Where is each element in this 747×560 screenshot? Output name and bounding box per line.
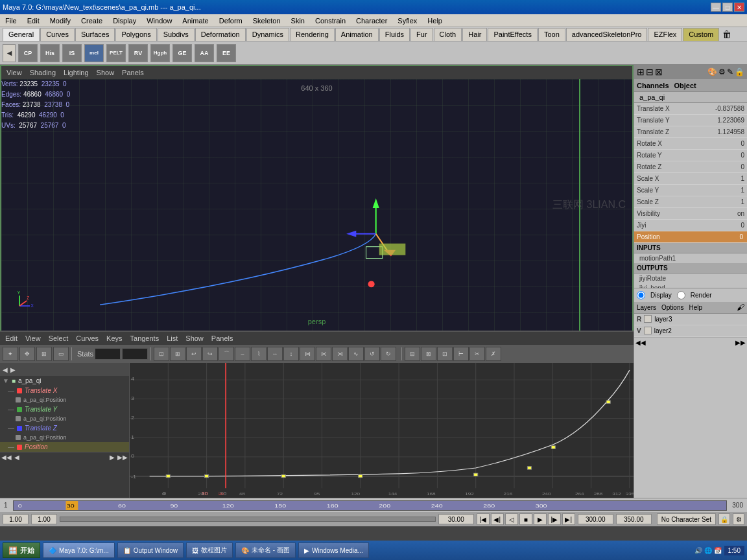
vp-menu-panels[interactable]: Panels [122, 69, 144, 76]
ge-tool-move[interactable]: ✥ [19, 347, 35, 361]
ge-menu-list[interactable]: List [167, 334, 178, 342]
layers-scroll-left[interactable]: ◀◀ [635, 339, 646, 346]
vp-menu-show[interactable]: Show [97, 69, 115, 76]
pb-step-back[interactable]: ◀| [491, 513, 504, 525]
ge-menu-edit[interactable]: Edit [5, 334, 18, 342]
taskbar-output[interactable]: 📋 Output Window [117, 542, 184, 558]
curve-subitem-translatex[interactable]: a_pa_qi:Position [0, 395, 129, 404]
range-end-value2[interactable] [616, 514, 652, 524]
range-end-value[interactable] [578, 514, 613, 524]
shelf-tab-polygons[interactable]: Polygons [115, 28, 156, 41]
shelf-tab-fur[interactable]: Fur [410, 28, 433, 41]
menu-edit[interactable]: Edit [25, 16, 42, 26]
ge-key-tool-11[interactable]: ⋉ [316, 347, 331, 361]
curve-item-position[interactable]: — Position [0, 442, 129, 452]
shelf-icon-is[interactable]: IS [62, 44, 82, 62]
range-start-input[interactable] [3, 514, 29, 524]
curve-item-translatez[interactable]: — Translate Z [0, 423, 129, 433]
menu-display[interactable]: Display [110, 16, 139, 26]
layers-scroll-right[interactable]: ▶▶ [735, 339, 746, 346]
pb-step-fwd[interactable]: |▶ [548, 513, 561, 525]
layer-row-layer3[interactable]: R layer3 [634, 314, 747, 325]
pb-skip-start[interactable]: |◀ [477, 513, 490, 525]
channel-translatex[interactable]: Translate X -0.837588 [634, 103, 747, 115]
shelf-icon-hgph[interactable]: Hgph [150, 44, 170, 62]
channel-scaley[interactable]: Scale Y 1 [634, 185, 747, 196]
ge-extra-1[interactable]: ⊟ [405, 347, 420, 361]
ge-menu-show[interactable]: Show [185, 334, 204, 342]
channel-translatey[interactable]: Translate Y 1.223069 [634, 115, 747, 126]
menu-character[interactable]: Character [353, 16, 390, 26]
curve-node-a_pa_qi[interactable]: ▼ ■ a_pa_qi [0, 376, 129, 386]
expand-icon[interactable]: ▼ [3, 377, 9, 384]
curve-subitem-translatez[interactable]: a_pa_qi:Position [0, 433, 129, 442]
ge-key-tool-1[interactable]: ⊡ [154, 347, 169, 361]
shelf-trash-icon[interactable]: 🗑 [722, 29, 731, 40]
layer3-checkbox[interactable] [644, 315, 652, 323]
layers-icon-paint[interactable]: 🖌 [737, 303, 744, 312]
taskbar-tutorial[interactable]: 🖼 教程图片 [186, 542, 233, 558]
input-motionpath1[interactable]: motionPath1 [634, 253, 747, 263]
channel-rotatex[interactable]: Rotate X 0 [634, 138, 747, 150]
channel-rotatez[interactable]: Rotate Z 0 [634, 161, 747, 173]
range-track[interactable] [60, 517, 436, 522]
range-end-input[interactable] [31, 514, 57, 524]
ge-menu-keys[interactable]: Keys [106, 334, 122, 342]
ge-menu-curves[interactable]: Curves [76, 334, 99, 342]
ge-tool-scale[interactable]: ⊞ [36, 347, 52, 361]
pb-skip-end[interactable]: ▶| [562, 513, 575, 525]
shelf-tab-rendering[interactable]: Rendering [290, 28, 335, 41]
shelf-arrow-left[interactable]: ◀ [3, 44, 16, 62]
ge-menu-tangents[interactable]: Tangents [130, 334, 160, 342]
shelf-tab-curves[interactable]: Curves [40, 28, 75, 41]
minimize-button[interactable]: — [711, 3, 721, 12]
shelf-icon-pelt[interactable]: PELT [106, 44, 126, 62]
graph-canvas[interactable]: -1 0 1 2 3 4 0 30 30 [130, 363, 634, 498]
object-tab[interactable]: Object [674, 82, 696, 89]
shelf-tab-deformation[interactable]: Deformation [195, 28, 246, 41]
ge-extra-4[interactable]: ⊢ [453, 347, 469, 361]
shelf-tab-animation[interactable]: Animation [335, 28, 379, 41]
curve-subitem-translatey[interactable]: a_pa_qi:Position [0, 414, 129, 423]
shelf-tab-dynamics[interactable]: Dynamics [246, 28, 289, 41]
menu-animate[interactable]: Animate [180, 16, 211, 26]
layers-menu-options[interactable]: Options [661, 304, 683, 311]
shelf-tab-surfaces[interactable]: Surfaces [75, 28, 115, 41]
menu-modify[interactable]: Modify [47, 16, 73, 26]
start-button[interactable]: 🪟 开始 [3, 542, 40, 558]
render-radio[interactable] [677, 291, 685, 299]
shelf-icon-cp[interactable]: CP [18, 44, 38, 62]
shelf-tab-general[interactable]: General [3, 28, 40, 41]
shelf-tab-toon[interactable]: Toon [538, 28, 565, 41]
current-frame-input[interactable] [438, 514, 474, 524]
curve-item-translatey[interactable]: — Translate Y [0, 404, 129, 414]
scroll-next-btn[interactable]: ▶ [110, 454, 115, 461]
menu-file[interactable]: File [3, 16, 19, 26]
ge-extra-5[interactable]: ✂ [469, 347, 485, 361]
shelf-tab-painteffects[interactable]: PaintEffects [488, 28, 538, 41]
ge-key-tool-4[interactable]: ↪ [202, 347, 218, 361]
channel-visibility[interactable]: Visibility on [634, 208, 747, 220]
shelf-tab-advancedskeleto[interactable]: advancedSkeletonPro [566, 28, 648, 41]
scroll-right-btn[interactable]: ▶▶ [117, 454, 128, 461]
right-icon-5[interactable]: ⚙ [718, 67, 726, 76]
channels-tab[interactable]: Channels [637, 82, 669, 89]
close-button[interactable]: ✕ [734, 3, 744, 12]
ge-key-tool-9[interactable]: ↕ [283, 347, 299, 361]
ge-key-tool-10[interactable]: ⋈ [300, 347, 315, 361]
viewport[interactable]: View Shading Lighting Show Panels Verts:… [0, 65, 634, 331]
ge-key-tool-5[interactable]: ⌒ [219, 347, 234, 361]
ge-key-tool-13[interactable]: ∿ [348, 347, 364, 361]
vp-menu-shading[interactable]: Shading [30, 69, 56, 76]
ge-key-tool-12[interactable]: ⋊ [332, 347, 348, 361]
ge-extra-6[interactable]: ✗ [486, 347, 501, 361]
menu-skin[interactable]: Skin [289, 16, 307, 26]
channel-translatez[interactable]: Translate Z 1.124958 [634, 126, 747, 138]
maximize-button[interactable]: □ [722, 3, 733, 12]
right-icon-3[interactable]: ⊠ [655, 67, 663, 77]
channel-rotatey[interactable]: Rotate Y 0 [634, 150, 747, 161]
taskbar-media[interactable]: ▶ Windows Media... [298, 542, 369, 558]
channel-position[interactable]: Position 0 [634, 231, 747, 243]
shelf-icon-ee[interactable]: EE [217, 44, 236, 62]
expand-all-icon[interactable]: ◀ [3, 366, 8, 373]
